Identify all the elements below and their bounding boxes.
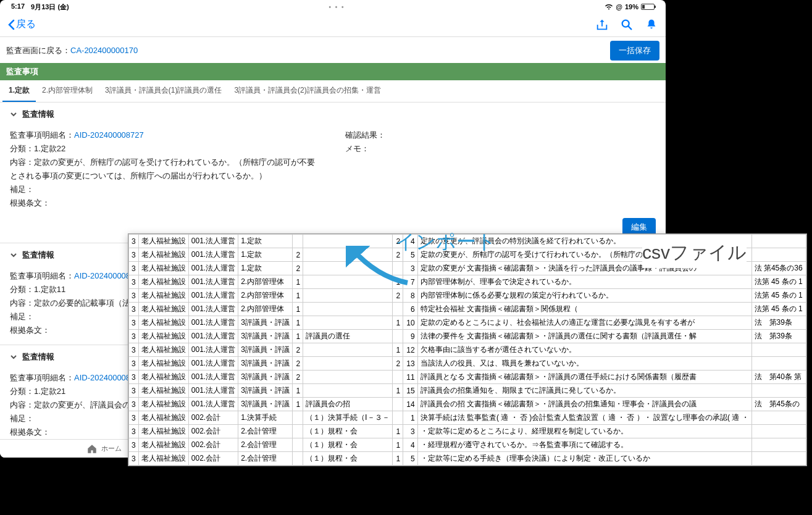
- table-cell: 001.法人運営: [188, 384, 238, 398]
- table-row: 3老人福祉施設001.法人運営3評議員・評議1115評議員会の招集通知を、期限ま…: [129, 384, 806, 398]
- table-cell: 老人福祉施設: [138, 384, 188, 398]
- table-cell: [751, 452, 806, 466]
- table-cell: 3: [129, 452, 139, 466]
- table-cell: 13: [403, 357, 417, 371]
- table-cell: 老人福祉施設: [138, 303, 188, 316]
- detail-id-link[interactable]: AID-202400008727: [74, 130, 144, 140]
- table-cell: 3: [129, 343, 139, 357]
- table-cell: 2: [292, 357, 303, 371]
- table-cell: 3評議員・評議: [238, 330, 293, 343]
- table-cell: 3: [129, 316, 139, 330]
- table-cell: 1: [292, 384, 303, 398]
- tab-hyogi2[interactable]: 3評議員・評議員会(2)評議員会の招集・運営: [228, 80, 387, 102]
- search-icon[interactable]: [620, 18, 634, 31]
- bulk-save-button[interactable]: 一括保存: [610, 41, 659, 61]
- table-cell: 3: [129, 248, 139, 262]
- table-cell: 3評議員・評議: [238, 357, 293, 371]
- table-cell: [303, 289, 393, 303]
- table-cell: 001.法人運営: [188, 275, 238, 289]
- table-cell: 3: [129, 357, 139, 371]
- table-cell: 老人福祉施設: [138, 371, 188, 384]
- table-cell: [292, 452, 303, 466]
- table-cell: 法 第39条: [751, 330, 806, 343]
- table-cell: 1: [393, 343, 403, 357]
- table-cell: 評議員の選任: [303, 330, 393, 343]
- table-cell: 1: [292, 398, 303, 411]
- table-cell: 1: [292, 316, 303, 330]
- table-cell: [292, 425, 303, 438]
- table-cell: 老人福祉施設: [138, 452, 188, 466]
- table-row: 3老人福祉施設002.会計2.会計管理（１）規程・会15・定款等に定める手続き（…: [129, 452, 806, 466]
- tab-teikan[interactable]: 1.定款: [2, 80, 36, 102]
- table-cell: 8: [403, 289, 417, 303]
- table-cell: [303, 357, 393, 371]
- table-cell: 3: [129, 398, 139, 411]
- table-cell: 2: [292, 248, 303, 262]
- table-cell: 2.内部管理体: [238, 289, 293, 303]
- table-cell: 3: [129, 371, 139, 384]
- tab-naibu[interactable]: 2.内部管理体制: [36, 80, 99, 102]
- table-cell: [751, 384, 806, 398]
- table-cell: 老人福祉施設: [138, 275, 188, 289]
- multitask-dots[interactable]: • • •: [329, 4, 345, 10]
- table-cell: 3: [129, 425, 139, 438]
- collapse-toggle[interactable]: 監査情報: [0, 103, 666, 126]
- table-cell: 001.法人運営: [188, 262, 238, 275]
- share-icon[interactable]: [595, 18, 609, 31]
- table-cell: 001.法人運営: [188, 289, 238, 303]
- table-cell: 2: [292, 371, 303, 384]
- table-row: 3老人福祉施設001.法人運営2.内部管理体16特定社会福祉 文書指摘＜確認書類…: [129, 303, 806, 316]
- table-cell: 1: [393, 425, 403, 438]
- table-cell: [751, 411, 806, 425]
- result-row: 確認結果：: [345, 128, 656, 142]
- table-cell: [303, 316, 393, 330]
- table-cell: 002.会計: [188, 425, 238, 438]
- tab-hyogi1[interactable]: 3評議員・評議員会(1)評議員の選任: [99, 80, 228, 102]
- table-row: 3老人福祉施設001.法人運営3評議員・評議2213当該法人の役員、又は、職員を…: [129, 357, 806, 371]
- table-cell: 001.法人運営: [188, 398, 238, 411]
- table-cell: 12: [403, 343, 417, 357]
- table-cell: [393, 303, 403, 316]
- table-cell: 3: [129, 411, 139, 425]
- return-link[interactable]: CA-202400000170: [70, 46, 138, 55]
- back-button[interactable]: 戻る: [7, 18, 36, 31]
- table-cell: [292, 411, 303, 425]
- table-cell: [393, 330, 403, 343]
- table-cell: 1: [292, 289, 303, 303]
- table-cell: 法律の要件を 文書指摘＜確認書類＞・評議員の選任に関する書類（評議員選任・解: [417, 330, 751, 343]
- table-cell: 老人福祉施設: [138, 411, 188, 425]
- table-row: 3老人福祉施設002.会計2.会計管理（１）規程・会13・定款等に定めるところに…: [129, 425, 806, 438]
- table-cell: 評議員会の招 文書指摘＜確認書類＞・評議員会の招集通知・理事会・評議員会の議: [417, 398, 751, 411]
- info-title: 監査情報: [22, 351, 54, 362]
- table-cell: 002.会計: [188, 452, 238, 466]
- csv-panel: 3老人福祉施設001.法人運営1.定款24定款の変更が、評議員会の特別決議を経て…: [128, 233, 807, 466]
- table-cell: 1: [393, 384, 403, 398]
- table-cell: 老人福祉施設: [138, 438, 188, 452]
- table-cell: [292, 438, 303, 452]
- law-row: 根拠条文：: [10, 196, 320, 210]
- table-cell: 老人福祉施設: [138, 248, 188, 262]
- table-cell: 4: [403, 438, 417, 452]
- table-cell: 6: [403, 303, 417, 316]
- bell-icon[interactable]: [645, 18, 658, 31]
- info-title: 監査情報: [22, 109, 54, 120]
- home-icon[interactable]: [86, 443, 98, 454]
- table-cell: 2.会計管理: [238, 425, 293, 438]
- table-cell: 9: [403, 330, 417, 343]
- status-bar: 5:17 9月13日 (金) • • • @ 19%: [0, 0, 666, 12]
- table-cell: 老人福祉施設: [138, 398, 188, 411]
- annotation-csv: csvファイル: [642, 238, 747, 268]
- table-cell: 001.法人運営: [188, 303, 238, 316]
- table-cell: 3評議員・評議: [238, 398, 293, 411]
- return-link-row: 監査画面に戻る：CA-202400000170: [6, 45, 138, 56]
- table-cell: 決算手続は法 監事監査( 適 ・ 否 )会計監査人監査設置（ 適 ・ 否 ）・ …: [417, 411, 751, 425]
- table-cell: 3評議員・評議: [238, 343, 293, 357]
- table-cell: （１）規程・会: [303, 452, 393, 466]
- table-cell: [751, 343, 806, 357]
- table-cell: 001.法人運営: [188, 330, 238, 343]
- table-row: 3老人福祉施設001.法人運営3評議員・評議1評議員の選任9法律の要件を 文書指…: [129, 330, 806, 343]
- table-cell: [393, 411, 403, 425]
- table-cell: 法 第45条の: [751, 398, 806, 411]
- table-cell: 老人福祉施設: [138, 330, 188, 343]
- table-cell: 内部管理体制に係る必要な規程の策定が行われているか。: [417, 289, 751, 303]
